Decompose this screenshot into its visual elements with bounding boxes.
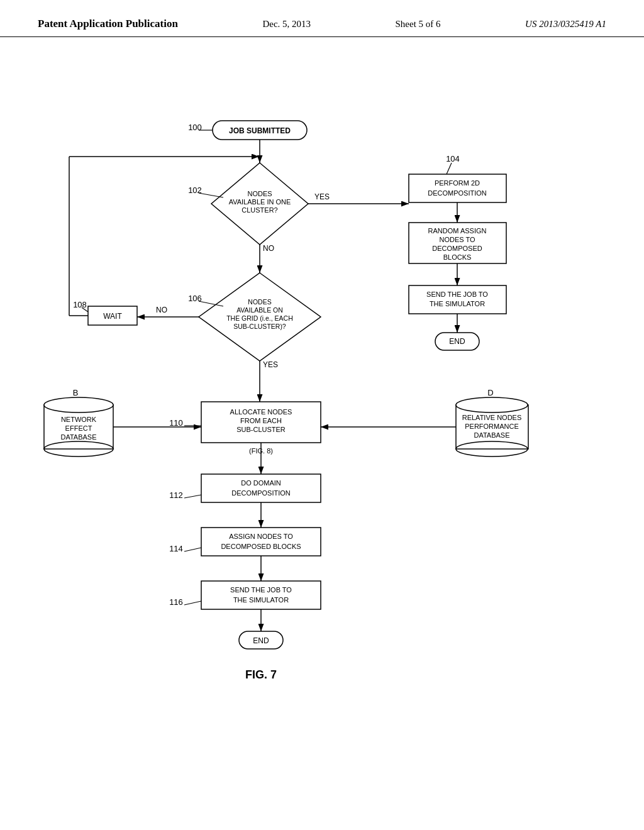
svg-text:PERFORM 2D: PERFORM 2D xyxy=(435,179,480,187)
db-d-top xyxy=(456,397,528,412)
svg-text:AVAILABLE ON: AVAILABLE ON xyxy=(236,306,283,314)
svg-text:CLUSTER?: CLUSTER? xyxy=(242,206,277,214)
svg-text:DATABASE: DATABASE xyxy=(60,433,96,441)
svg-text:WAIT: WAIT xyxy=(103,312,122,321)
node-116 xyxy=(201,581,321,609)
svg-text:NO: NO xyxy=(263,244,274,253)
svg-text:RELATIVE NODES: RELATIVE NODES xyxy=(462,414,522,421)
svg-text:FROM EACH: FROM EACH xyxy=(240,417,282,424)
svg-text:NODES TO: NODES TO xyxy=(439,236,475,243)
svg-text:NODES: NODES xyxy=(248,298,271,306)
svg-text:DECOMPOSED BLOCKS: DECOMPOSED BLOCKS xyxy=(221,543,301,550)
svg-text:YES: YES xyxy=(263,360,278,369)
node-112 xyxy=(201,474,321,502)
svg-text:THE GRID (i.e., EACH: THE GRID (i.e., EACH xyxy=(226,314,293,322)
sheet-info: Sheet 5 of 6 xyxy=(396,19,441,30)
svg-line-65 xyxy=(184,548,201,551)
svg-line-11 xyxy=(447,163,452,174)
svg-text:YES: YES xyxy=(314,192,330,201)
svg-text:116: 116 xyxy=(169,597,183,607)
svg-text:110: 110 xyxy=(169,418,183,428)
publication-title: Patent Application Publication xyxy=(38,18,178,30)
svg-text:ALLOCATE NODES: ALLOCATE NODES xyxy=(230,408,292,416)
figure-label: FIG. 7 xyxy=(245,668,277,681)
svg-text:SUB-CLUSTER: SUB-CLUSTER xyxy=(236,426,286,433)
publication-date: Dec. 5, 2013 xyxy=(262,19,311,30)
svg-text:DATABASE: DATABASE xyxy=(474,431,509,439)
svg-text:BLOCKS: BLOCKS xyxy=(443,253,472,261)
svg-text:END: END xyxy=(253,636,269,645)
svg-text:PERFORMANCE: PERFORMANCE xyxy=(465,423,519,430)
svg-text:EFFECT: EFFECT xyxy=(65,424,92,432)
svg-line-70 xyxy=(184,601,201,605)
svg-text:DECOMPOSED: DECOMPOSED xyxy=(432,245,482,252)
node-104 xyxy=(409,174,506,202)
node-114 xyxy=(201,528,321,556)
svg-text:NO: NO xyxy=(156,306,167,314)
page-header: Patent Application Publication Dec. 5, 2… xyxy=(0,0,644,37)
svg-text:END: END xyxy=(449,337,465,346)
svg-text:SUB-CLUSTER)?: SUB-CLUSTER)? xyxy=(233,323,286,330)
svg-text:THE SIMULATOR: THE SIMULATOR xyxy=(233,596,289,604)
svg-text:SEND THE JOB TO: SEND THE JOB TO xyxy=(426,290,488,298)
svg-text:DECOMPOSITION: DECOMPOSITION xyxy=(428,189,487,197)
svg-text:112: 112 xyxy=(169,490,183,500)
svg-text:AVAILABLE IN ONE: AVAILABLE IN ONE xyxy=(229,198,291,206)
svg-text:DECOMPOSITION: DECOMPOSITION xyxy=(231,489,291,497)
svg-line-60 xyxy=(184,495,201,498)
svg-text:114: 114 xyxy=(169,544,183,553)
patent-number: US 2013/0325419 A1 xyxy=(525,19,606,30)
svg-text:D: D xyxy=(487,388,493,397)
svg-text:ASSIGN NODES TO: ASSIGN NODES TO xyxy=(229,533,293,540)
svg-text:JOB SUBMITTED: JOB SUBMITTED xyxy=(229,126,291,135)
db-b-top xyxy=(44,397,113,412)
svg-text:B: B xyxy=(73,388,79,397)
svg-text:104: 104 xyxy=(446,154,460,163)
svg-text:SEND THE JOB TO: SEND THE JOB TO xyxy=(230,586,292,594)
svg-text:NETWORK: NETWORK xyxy=(61,416,97,423)
svg-text:108: 108 xyxy=(73,300,87,309)
label-100: 100 xyxy=(188,123,202,132)
diagram-area: 100 JOB SUBMITTED 102 NODES AVAILABLE IN… xyxy=(0,37,644,817)
svg-text:NODES: NODES xyxy=(247,190,272,197)
svg-text:THE SIMULATOR: THE SIMULATOR xyxy=(430,300,485,307)
svg-text:DO DOMAIN: DO DOMAIN xyxy=(241,479,281,487)
svg-text:RANDOM ASSIGN: RANDOM ASSIGN xyxy=(428,227,487,235)
